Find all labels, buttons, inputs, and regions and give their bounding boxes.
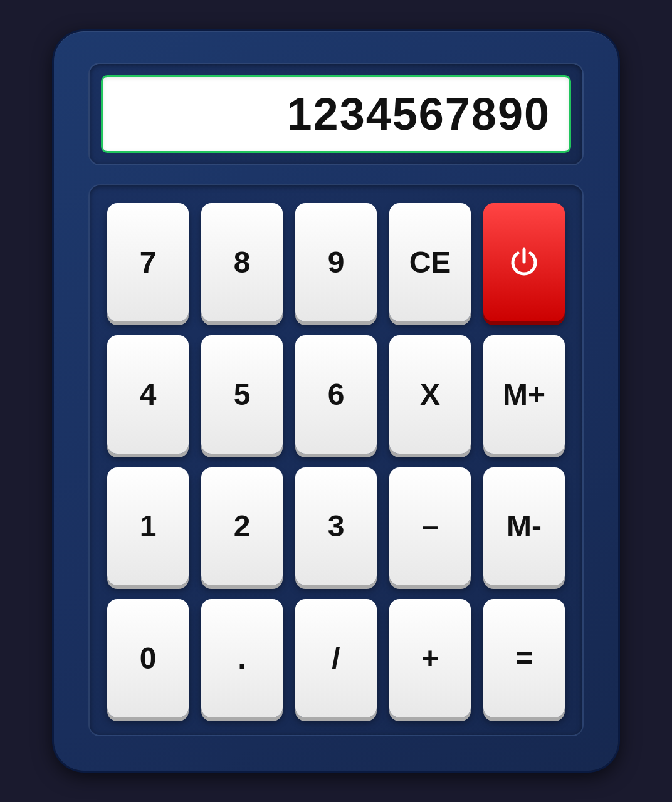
- key-8[interactable]: 8: [201, 203, 283, 321]
- display-wrapper: 1234567890: [88, 63, 584, 165]
- calculator: 1234567890 7 8 9 CE 4 5 6: [54, 31, 618, 771]
- key-4[interactable]: 4: [107, 335, 189, 454]
- key-row-1: 7 8 9 CE: [107, 203, 565, 321]
- key-subtract[interactable]: –: [389, 467, 471, 586]
- key-6[interactable]: 6: [295, 335, 377, 454]
- key-row-3: 1 2 3 – M-: [107, 467, 565, 586]
- key-ce[interactable]: CE: [389, 203, 471, 321]
- key-mplus[interactable]: M+: [483, 335, 565, 454]
- key-row-2: 4 5 6 X M+: [107, 335, 565, 454]
- keypad-wrapper: 7 8 9 CE 4 5 6 X M+ 1: [88, 184, 584, 736]
- display-screen: 1234567890: [101, 75, 571, 153]
- key-2[interactable]: 2: [201, 467, 283, 586]
- key-0[interactable]: 0: [107, 599, 189, 717]
- key-9[interactable]: 9: [295, 203, 377, 321]
- key-row-4: 0 . / + =: [107, 599, 565, 717]
- key-1[interactable]: 1: [107, 467, 189, 586]
- key-3[interactable]: 3: [295, 467, 377, 586]
- display-value: 1234567890: [287, 88, 550, 140]
- key-7[interactable]: 7: [107, 203, 189, 321]
- key-add[interactable]: +: [389, 599, 471, 717]
- key-mminus[interactable]: M-: [483, 467, 565, 586]
- key-power[interactable]: [483, 203, 565, 321]
- key-divide[interactable]: /: [295, 599, 377, 717]
- key-multiply[interactable]: X: [389, 335, 471, 454]
- key-dot[interactable]: .: [201, 599, 283, 717]
- power-icon: [508, 246, 540, 278]
- key-equals[interactable]: =: [483, 599, 565, 717]
- key-5[interactable]: 5: [201, 335, 283, 454]
